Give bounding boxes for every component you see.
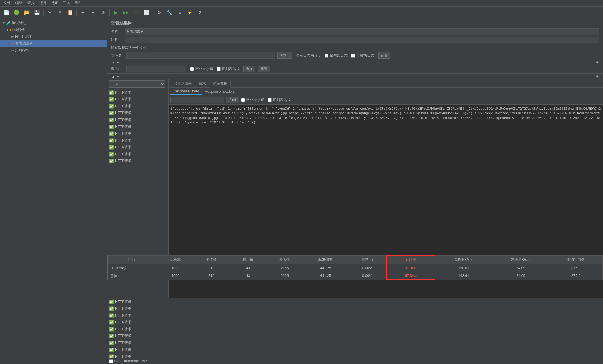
options-dots-btn[interactable]: ••• <box>596 60 599 64</box>
main-tab-bar: 取样器结果 请求 响应数据 <box>169 79 603 88</box>
new-button[interactable]: 📄 <box>2 8 11 17</box>
menu-help[interactable]: 帮助 <box>73 0 85 6</box>
check-icon-b4: ✅ <box>109 320 114 325</box>
http-item-2[interactable]: ✅ HTTP请求 <box>107 96 167 103</box>
tree-node-view-result-tree[interactable]: ✏ 查看结果树 <box>0 40 107 47</box>
total-avgbytes: 875.0 <box>549 272 603 280</box>
tree-node-http-request[interactable]: ✏ HTTP请求 <box>0 33 107 40</box>
reset-button[interactable]: 重置 <box>258 66 270 72</box>
http-item-9[interactable]: ✅ HTTP请求 <box>107 144 167 151</box>
tree-node-summary-report[interactable]: ✏ 汇总报告 <box>0 47 107 54</box>
sep4 <box>153 9 153 16</box>
http-item-4[interactable]: ✅ HTTP请求 <box>107 110 167 117</box>
new-template-button[interactable]: 🟢 <box>12 8 21 17</box>
remote-button[interactable]: 🖥 <box>175 8 184 17</box>
sep2 <box>76 9 77 16</box>
clear-button[interactable]: ⊗ <box>98 8 108 17</box>
case-sensitive-checkbox[interactable]: 区分大小写 <box>190 66 213 72</box>
http-item-bot-8[interactable]: ✅ HTTP请求 <box>107 346 167 353</box>
menu-find[interactable]: 查找 <box>25 0 37 6</box>
check-icon: ✅ <box>109 125 114 129</box>
http-item-bot-3[interactable]: ✅ HTTP请求 <box>107 312 167 319</box>
comment-input[interactable] <box>125 37 599 43</box>
col-avg: 平均值 <box>193 255 230 264</box>
check-icon: ✅ <box>109 138 114 143</box>
sub-tab-response-headers[interactable]: Response headers <box>202 89 238 95</box>
function-button[interactable]: ⚡ <box>185 8 194 17</box>
open-button[interactable]: 📂 <box>22 8 32 17</box>
save-button[interactable]: 💾 <box>32 8 42 17</box>
find-response-button[interactable]: Find <box>226 97 239 103</box>
file-label: 文件名 <box>111 53 123 58</box>
scroll-down-btn2[interactable]: ▼ <box>116 75 120 78</box>
view-type-select[interactable]: Text RegExp Tester JSON Path Tester <box>109 80 165 88</box>
start-no-pauses-button[interactable]: ▶▶ <box>121 8 131 17</box>
scroll-down-btn[interactable]: ▼ <box>116 61 120 64</box>
http-item-10[interactable]: ✅ HTTP请求 <box>107 151 167 158</box>
name-input[interactable] <box>125 28 599 35</box>
http-item-6[interactable]: ✅ HTTP请求 <box>107 123 167 130</box>
cut-button[interactable]: ✂ <box>45 8 55 17</box>
tree-node-thread-group[interactable]: ▼ ⚙ 线程组 <box>0 27 107 33</box>
tree-node-test-plan[interactable]: ▼ 🧪 测试计划 <box>0 20 107 27</box>
menu-edit[interactable]: 编辑 <box>13 0 25 6</box>
http-item-1[interactable]: ✅ HTTP请求 <box>107 89 167 96</box>
http-item-8[interactable]: ✅ HTTP请求 <box>107 137 167 144</box>
total-max: 2155 <box>266 272 303 280</box>
http-item-bot-6[interactable]: ✅ HTTP请求 <box>107 333 167 340</box>
resources-button[interactable]: 🔧 <box>165 8 174 17</box>
settings-button[interactable]: ⚙ <box>154 8 164 17</box>
sep3 <box>109 9 110 16</box>
tab-sampler-result[interactable]: 取样器结果 <box>170 80 195 87</box>
http-item-bot-7[interactable]: ✅ HTTP请求 <box>107 340 167 346</box>
browse-button[interactable]: 浏览... <box>277 52 292 59</box>
menu-options[interactable]: 选项 <box>49 0 61 6</box>
start-button[interactable]: ▶ <box>111 8 121 17</box>
http-item-3[interactable]: ✅ HTTP请求 <box>107 103 167 110</box>
scroll-up-btn2[interactable]: ▲ <box>111 75 116 78</box>
scroll-up-btn[interactable]: ▲ <box>111 61 116 64</box>
regex-checkbox[interactable]: 正则表达式 <box>217 66 240 72</box>
http-item-11[interactable]: ✅ HTTP请求 <box>107 158 167 165</box>
copy-button[interactable]: ⎘ <box>55 8 65 17</box>
errors-only-checkbox[interactable]: 仅错误日志 <box>325 53 348 58</box>
http-item-7[interactable]: ✅ HTTP请求 <box>107 130 167 137</box>
tab-request[interactable]: 请求 <box>196 80 209 87</box>
http-item-5[interactable]: ✅ HTTP请求 <box>107 117 167 123</box>
http-item-bot-1[interactable]: ✅ HTTP请求 <box>107 298 167 305</box>
tab-response-data[interactable]: 响应数据 <box>210 80 231 88</box>
sub-tab-response-body[interactable]: Response Body <box>170 88 202 95</box>
stop-button[interactable]: ⬛ <box>131 8 141 17</box>
http-item-bot-5[interactable]: ✅ HTTP请求 <box>107 326 167 333</box>
help-button[interactable]: ? <box>195 8 204 17</box>
menu-file[interactable]: 文件 <box>1 0 13 6</box>
find-button[interactable]: 查找 <box>243 66 255 72</box>
response-find-input[interactable] <box>170 97 224 103</box>
http-item-bot-9[interactable]: ✅ HTTP请求 <box>107 353 167 358</box>
stats-table: Label # 样本 平均值 最小值 最大值 标准偏差 异常 % 吞吐量 接收 … <box>108 255 603 280</box>
view-result-label: 查看结果树 <box>15 41 33 46</box>
config-button[interactable]: 配置 <box>378 52 390 59</box>
http-item-bot-2[interactable]: ✅ HTTP请求 <box>107 305 167 312</box>
shutdown-button[interactable]: ⬜ <box>142 8 151 17</box>
total-samples: 1000 <box>158 272 193 280</box>
remove-button[interactable]: − <box>88 8 98 17</box>
add-button[interactable]: + <box>78 8 88 17</box>
find-input[interactable] <box>126 66 186 72</box>
paste-button[interactable]: 📋 <box>65 8 75 17</box>
all-data-row: 所有数据写入一个文件 <box>107 44 603 51</box>
file-input[interactable] <box>126 52 275 59</box>
find-regex[interactable]: 正则表达式 <box>268 97 291 103</box>
success-only-checkbox[interactable]: 仅成功日志 <box>351 53 374 58</box>
col-recv: 接收 KB/sec <box>435 255 492 264</box>
http-item-bot-4[interactable]: ✅ HTTP请求 <box>107 319 167 326</box>
check-icon: ✅ <box>109 145 114 150</box>
menu-tools[interactable]: 工具 <box>61 0 73 6</box>
options-dots-btn2[interactable]: ••• <box>596 74 599 78</box>
scroll-auto-checkbox[interactable] <box>109 359 113 363</box>
test-plan-icon: 🧪 <box>6 21 11 25</box>
name-label: 名称： <box>111 29 123 34</box>
menu-run[interactable]: 运行 <box>37 0 49 6</box>
sub-tab-bar: Response Body Response headers <box>169 88 603 95</box>
find-case-sensitive[interactable]: 区分大小写 <box>241 97 264 103</box>
